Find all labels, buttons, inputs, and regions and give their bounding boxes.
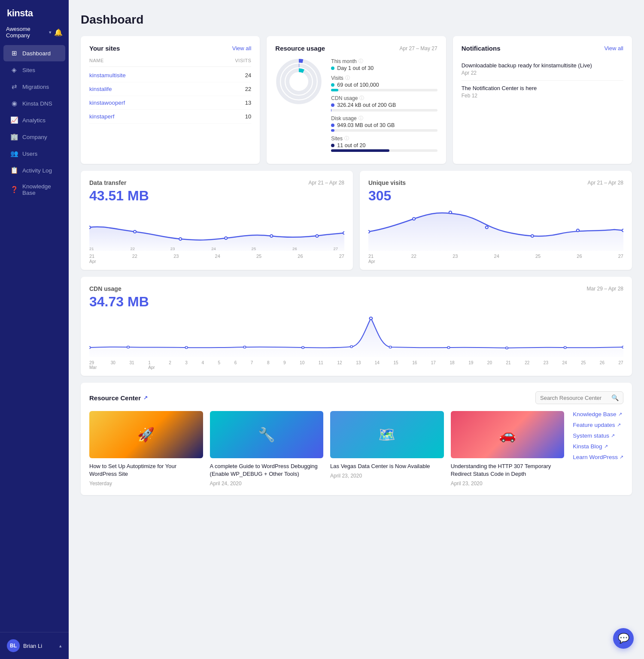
- x-label: 14: [375, 360, 380, 370]
- unique-visits-header: Unique visits Apr 21 – Apr 28: [368, 179, 623, 186]
- x-label: 23: [173, 254, 179, 264]
- svg-point-21: [368, 230, 370, 233]
- your-sites-view-all[interactable]: View all: [232, 45, 252, 51]
- cdn-chart: [89, 314, 623, 357]
- company-name: Awesome Company: [6, 26, 49, 39]
- table-row: kinstawooperf 13: [89, 96, 251, 110]
- chat-icon: 💬: [618, 633, 629, 644]
- svg-point-31: [243, 346, 246, 348]
- x-label: 16: [412, 360, 417, 370]
- article-card: 🗺️ Las Vegas Data Center is Now Availabl…: [330, 411, 444, 487]
- article-title[interactable]: Understanding the HTTP 307 Temporary Red…: [451, 463, 565, 478]
- x-label: 10: [300, 360, 304, 370]
- chat-button[interactable]: 💬: [613, 628, 634, 649]
- your-sites-header: Your sites View all: [89, 45, 251, 52]
- notifications-card: Notifications View all Downloadable back…: [453, 36, 632, 164]
- sidebar-item-knowledge-base[interactable]: ❓ Knowledge Base: [3, 179, 65, 200]
- feature-updates-link[interactable]: Feature updates ↗: [573, 422, 623, 428]
- company-selector[interactable]: Awesome Company ▾ 🔔: [0, 23, 69, 45]
- x-label: 23: [453, 254, 458, 264]
- info-icon: ⓘ: [345, 75, 350, 81]
- user-info: BL Brian Li: [7, 639, 42, 652]
- article-image: 🚗: [451, 411, 565, 458]
- svg-text:24: 24: [211, 247, 216, 251]
- article-title[interactable]: A complete Guide to WordPress Debugging …: [210, 463, 324, 478]
- info-icon: ⓘ: [344, 135, 349, 142]
- x-label: 25: [535, 254, 541, 264]
- x-label: 27: [339, 254, 344, 264]
- x-label: 22: [411, 254, 416, 264]
- site-link[interactable]: kinstaperf: [89, 113, 115, 120]
- resource-bottom: 🚀 How to Set Up Autoptimize for Your Wor…: [89, 411, 623, 487]
- cdn-label: CDN usage: [331, 95, 358, 101]
- system-status-link[interactable]: System status ↗: [573, 432, 623, 439]
- notifications-list: Downloadable backup ready for kinstamult…: [462, 58, 623, 103]
- site-link[interactable]: kinstawooperf: [89, 100, 125, 106]
- external-link-icon: ↗: [620, 454, 623, 460]
- sidebar-item-users[interactable]: 👥 Users: [3, 145, 65, 162]
- activity-log-icon: 📋: [10, 166, 18, 174]
- sidebar-item-label: Sites: [22, 67, 35, 73]
- x-label: 26: [577, 254, 582, 264]
- site-link[interactable]: kinstalife: [89, 86, 112, 92]
- x-label: 21: [506, 360, 511, 370]
- x-label: 9: [283, 360, 286, 370]
- svg-point-29: [127, 346, 130, 348]
- svg-point-27: [622, 229, 623, 232]
- notification-title: The Notification Center is here: [462, 85, 623, 91]
- search-input[interactable]: [540, 395, 609, 401]
- svg-text:25: 25: [252, 247, 256, 251]
- svg-point-32: [302, 347, 304, 349]
- table-row: kinstamultisite 24: [89, 69, 251, 82]
- sidebar-item-label: Kinsta DNS: [22, 100, 52, 107]
- bell-icon[interactable]: 🔔: [54, 28, 63, 36]
- svg-point-11: [316, 235, 318, 237]
- svg-point-38: [564, 347, 566, 349]
- svg-point-28: [89, 347, 91, 349]
- external-link-icon: ↗: [617, 422, 621, 428]
- user-name: Brian Li: [23, 643, 42, 649]
- resource-usage-header: Resource usage Apr 27 – May 27: [275, 45, 437, 52]
- sidebar-item-label: Activity Log: [22, 167, 52, 174]
- sidebar-item-analytics[interactable]: 📈 Analytics: [3, 112, 65, 128]
- sidebar-item-company[interactable]: 🏢 Company: [3, 129, 65, 145]
- sidebar-item-label: Company: [22, 134, 47, 140]
- search-box[interactable]: 🔍: [535, 391, 623, 404]
- article-title[interactable]: Las Vegas Data Center is Now Available: [330, 463, 444, 470]
- sidebar-item-dashboard[interactable]: ⊞ Dashboard: [3, 45, 65, 61]
- sidebar-item-kinsta-dns[interactable]: ◉ Kinsta DNS: [3, 95, 65, 112]
- external-link-icon: ↗: [604, 444, 608, 449]
- learn-wordpress-link[interactable]: Learn WordPress ↗: [573, 454, 623, 460]
- notifications-title: Notifications: [462, 45, 501, 52]
- x-label: 27: [619, 360, 623, 370]
- top-cards-row: Your sites View all NAME VISITS kinstamu…: [81, 36, 632, 164]
- svg-point-35: [389, 346, 392, 348]
- disk-label: Disk usage: [331, 115, 356, 121]
- sidebar-item-activity-log[interactable]: 📋 Activity Log: [3, 162, 65, 178]
- svg-point-30: [185, 347, 188, 349]
- x-label: 26: [600, 360, 605, 370]
- site-visits: 13: [245, 100, 251, 106]
- dot-icon: [331, 124, 334, 127]
- x-label: 22: [132, 254, 137, 264]
- kinsta-blog-link[interactable]: Kinsta Blog ↗: [573, 443, 623, 450]
- sidebar-item-sites[interactable]: ◈ Sites: [3, 62, 65, 78]
- x-label: 29Mar: [89, 360, 97, 370]
- info-icon: ⓘ: [358, 115, 363, 121]
- knowledge-base-link[interactable]: Knowledge Base ↗: [573, 411, 623, 417]
- data-transfer-title: Data transfer: [89, 179, 126, 186]
- data-transfer-chart: 21 Apr 22 23 24 25 26 27: [89, 208, 344, 251]
- stat-value-text: Day 1 out of 30: [337, 65, 374, 71]
- data-transfer-date: Apr 21 – Apr 28: [309, 180, 344, 186]
- sites-label: Sites: [331, 136, 343, 142]
- dashboard-icon: ⊞: [10, 49, 18, 57]
- svg-point-4: [288, 70, 310, 93]
- stat-value-text: 326.24 kB out of 200 GB: [337, 102, 396, 108]
- article-title[interactable]: How to Set Up Autoptimize for Your WordP…: [89, 463, 203, 478]
- notifications-view-all[interactable]: View all: [604, 45, 623, 51]
- x-label: 26: [298, 254, 303, 264]
- sidebar-item-migrations[interactable]: ⇄ Migrations: [3, 79, 65, 95]
- site-link[interactable]: kinstamultisite: [89, 72, 126, 79]
- logo-area: kinsta: [0, 0, 69, 23]
- sidebar-item-label: Migrations: [22, 84, 49, 90]
